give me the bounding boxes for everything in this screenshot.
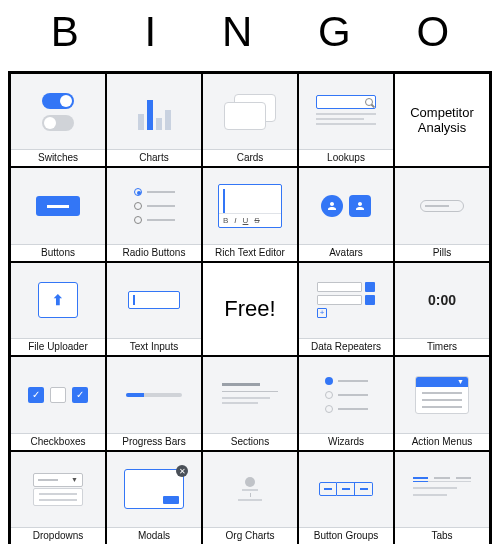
cell-data-repeaters[interactable]: + Data Repeaters <box>298 262 394 356</box>
cell-label: Modals <box>107 528 201 544</box>
repeaters-icon: + <box>317 282 375 318</box>
cell-label: Org Charts <box>203 528 297 544</box>
modals-icon: ✕ <box>124 469 184 509</box>
lookups-icon <box>316 95 376 128</box>
cell-dropdowns[interactable]: ▼ Dropdowns <box>10 451 106 544</box>
bingo-letter: N <box>222 8 252 56</box>
cell-label: Data Repeaters <box>299 339 393 355</box>
action-menus-icon: ▼ <box>415 376 469 414</box>
timer-icon: 0:00 <box>428 292 456 308</box>
cell-file-uploader[interactable]: ⬆ File Uploader <box>10 262 106 356</box>
pills-icon <box>420 200 464 212</box>
cell-label: Dropdowns <box>11 528 105 544</box>
cell-label: Competitor Analysis <box>399 105 485 136</box>
cell-label: Text Inputs <box>107 339 201 355</box>
radio-icon <box>134 188 175 224</box>
cell-label: Wizards <box>299 434 393 450</box>
cell-pills[interactable]: Pills <box>394 167 490 261</box>
cell-label: Lookups <box>299 150 393 166</box>
cell-button-groups[interactable]: Button Groups <box>298 451 394 544</box>
free-label: Free! <box>224 296 275 322</box>
bingo-letter: G <box>318 8 351 56</box>
avatars-icon <box>321 195 371 217</box>
org-charts-icon <box>238 477 262 501</box>
cell-wizards[interactable]: Wizards <box>298 356 394 450</box>
cell-label: Radio Buttons <box>107 245 201 261</box>
cell-label: Tabs <box>395 528 489 544</box>
cell-cards[interactable]: Cards <box>202 73 298 167</box>
cell-label: Buttons <box>11 245 105 261</box>
dropdowns-icon: ▼ <box>33 473 83 506</box>
cell-org-charts[interactable]: Org Charts <box>202 451 298 544</box>
cell-tabs[interactable]: Tabs <box>394 451 490 544</box>
cell-buttons[interactable]: Buttons <box>10 167 106 261</box>
cell-charts[interactable]: Charts <box>106 73 202 167</box>
sections-icon <box>222 383 278 407</box>
cell-sections[interactable]: Sections <box>202 356 298 450</box>
cell-label: Switches <box>11 150 105 166</box>
cell-modals[interactable]: ✕ Modals <box>106 451 202 544</box>
cell-free[interactable]: Free! <box>202 262 298 356</box>
cell-label: Action Menus <box>395 434 489 450</box>
cards-icon <box>224 94 276 130</box>
buttons-icon <box>36 196 80 216</box>
cell-action-menus[interactable]: ▼ Action Menus <box>394 356 490 450</box>
rte-icon: B I U S <box>218 184 282 228</box>
cell-label: Pills <box>395 245 489 261</box>
cell-rich-text-editor[interactable]: B I U S Rich Text Editor <box>202 167 298 261</box>
bingo-header: B I N G O <box>8 8 492 71</box>
cell-timers[interactable]: 0:00 Timers <box>394 262 490 356</box>
cell-checkboxes[interactable]: ✓✓ Checkboxes <box>10 356 106 450</box>
switches-icon <box>42 93 74 131</box>
close-icon: ✕ <box>176 465 188 477</box>
upload-icon: ⬆ <box>38 282 78 318</box>
cell-radio-buttons[interactable]: Radio Buttons <box>106 167 202 261</box>
bingo-grid: Switches Charts Cards Lookups Competitor… <box>8 71 492 544</box>
cell-switches[interactable]: Switches <box>10 73 106 167</box>
progress-icon <box>126 393 182 397</box>
bingo-letter: O <box>416 8 449 56</box>
tabs-icon <box>413 477 471 501</box>
cell-label: Avatars <box>299 245 393 261</box>
cell-lookups[interactable]: Lookups <box>298 73 394 167</box>
cell-competitor-analysis[interactable]: Competitor Analysis <box>394 73 490 167</box>
cell-label: Charts <box>107 150 201 166</box>
cell-label: Button Groups <box>299 528 393 544</box>
cell-label: Cards <box>203 150 297 166</box>
button-groups-icon <box>319 482 373 496</box>
cell-label: Checkboxes <box>11 434 105 450</box>
charts-icon <box>138 94 171 130</box>
cell-text-inputs[interactable]: Text Inputs <box>106 262 202 356</box>
cell-label: Rich Text Editor <box>203 245 297 261</box>
cell-label: Sections <box>203 434 297 450</box>
cell-progress-bars[interactable]: Progress Bars <box>106 356 202 450</box>
cell-label: File Uploader <box>11 339 105 355</box>
cell-label: Progress Bars <box>107 434 201 450</box>
bingo-letter: B <box>51 8 79 56</box>
checkboxes-icon: ✓✓ <box>28 387 88 403</box>
bingo-letter: I <box>145 8 157 56</box>
wizards-icon <box>325 377 368 413</box>
text-input-icon <box>128 291 180 309</box>
cell-avatars[interactable]: Avatars <box>298 167 394 261</box>
cell-label: Timers <box>395 339 489 355</box>
